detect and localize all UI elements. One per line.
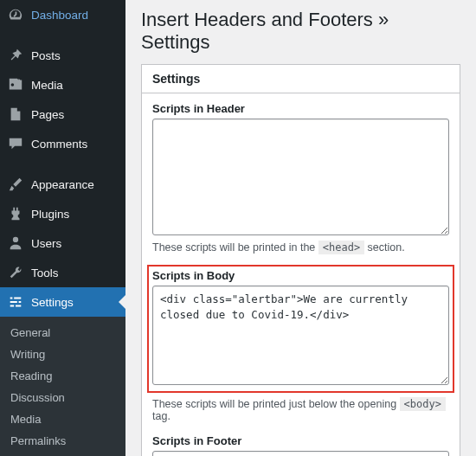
scripts-header-hint: These scripts will be printed in the <he… xyxy=(152,241,449,254)
sidebar-item-label: Settings xyxy=(31,296,74,309)
scripts-body-label: Scripts in Body xyxy=(152,269,449,282)
field-scripts-header: Scripts in Header These scripts will be … xyxy=(152,102,449,254)
sidebar-item-label: Appearance xyxy=(31,178,94,191)
wrench-icon xyxy=(7,264,24,281)
comment-icon xyxy=(7,135,24,152)
dashboard-icon xyxy=(7,6,24,23)
panel-heading: Settings xyxy=(142,65,460,93)
scripts-body-textarea[interactable] xyxy=(152,286,449,385)
sidebar-item-users[interactable]: Users xyxy=(0,228,125,258)
sidebar-item-pages[interactable]: Pages xyxy=(0,100,125,129)
sidebar-item-comments[interactable]: Comments xyxy=(0,129,125,158)
sidebar-item-label: Comments xyxy=(31,138,87,151)
sidebar-item-dashboard[interactable]: Dashboard xyxy=(0,0,125,29)
sidebar-item-plugins[interactable]: Plugins xyxy=(0,199,125,228)
sliders-icon xyxy=(7,293,24,311)
settings-submenu: General Writing Reading Discussion Media… xyxy=(0,317,125,456)
body-code: <body> xyxy=(400,397,446,411)
sidebar-item-appearance[interactable]: Appearance xyxy=(0,170,125,199)
brush-icon xyxy=(7,176,24,193)
sidebar-item-posts[interactable]: Posts xyxy=(0,41,125,70)
scripts-footer-textarea[interactable] xyxy=(152,451,449,456)
submenu-item-privacy[interactable]: Privacy xyxy=(0,452,125,456)
settings-panel: Settings Scripts in Header These scripts… xyxy=(141,64,460,456)
pin-icon xyxy=(7,47,24,64)
sidebar-item-label: Dashboard xyxy=(31,9,88,22)
sidebar-item-media[interactable]: Media xyxy=(0,70,125,100)
page-title: Insert Headers and Footers » Settings xyxy=(141,9,460,54)
scripts-header-textarea[interactable] xyxy=(152,119,449,235)
user-icon xyxy=(7,234,24,252)
sidebar-item-label: Posts xyxy=(31,49,61,62)
page-icon xyxy=(7,106,24,123)
submenu-item-permalinks[interactable]: Permalinks xyxy=(0,430,125,452)
sidebar-item-label: Tools xyxy=(31,267,59,279)
sidebar-item-label: Media xyxy=(31,79,63,92)
sidebar-item-label: Users xyxy=(31,237,61,250)
scripts-header-label: Scripts in Header xyxy=(152,102,449,115)
submenu-item-discussion[interactable]: Discussion xyxy=(0,387,125,408)
sidebar-item-label: Pages xyxy=(31,108,64,121)
sidebar-item-tools[interactable]: Tools xyxy=(0,258,125,287)
media-icon xyxy=(7,76,24,93)
submenu-item-media[interactable]: Media xyxy=(0,408,125,430)
field-scripts-body: Scripts in Body xyxy=(147,265,454,393)
scripts-footer-label: Scripts in Footer xyxy=(152,434,449,447)
submenu-item-writing[interactable]: Writing xyxy=(0,344,125,365)
head-code: <head> xyxy=(318,241,364,254)
sidebar-item-label: Plugins xyxy=(31,208,69,221)
field-scripts-footer: Scripts in Footer xyxy=(152,434,449,456)
admin-sidebar: Dashboard Posts Media Pages Comments App… xyxy=(0,0,125,456)
sidebar-item-settings[interactable]: Settings xyxy=(0,287,125,317)
content-area: Insert Headers and Footers » Settings Se… xyxy=(125,0,476,456)
submenu-item-general[interactable]: General xyxy=(0,322,125,344)
submenu-item-reading[interactable]: Reading xyxy=(0,365,125,387)
scripts-body-hint: These scripts will be printed just below… xyxy=(152,398,449,422)
plugin-icon xyxy=(7,205,24,222)
